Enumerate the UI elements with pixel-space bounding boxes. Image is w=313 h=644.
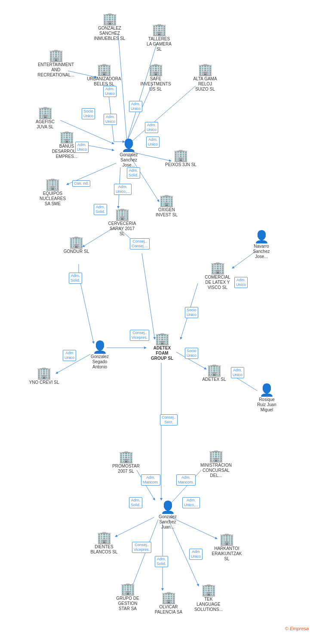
node-administracion-concursal[interactable]: 🏢 MINISTRACION CONCURSAL DEL...	[196, 450, 236, 478]
node-rosique-ruiz[interactable]: 👤 Rosique Ruiz Juan Miguel	[249, 384, 285, 413]
node-dientes-blancos[interactable]: 🏢 DIENTES BLANCOS SL	[85, 532, 123, 555]
node-safe-investments[interactable]: 🏢 SAFE INVESTMENTS US SL	[137, 64, 175, 92]
role-socio-unico-1[interactable]: SocioÚnico	[82, 108, 95, 119]
role-badge[interactable]: Adm.Unico	[75, 142, 89, 153]
role-adm-unico-2[interactable]: Adm.Unico	[129, 101, 142, 112]
node-comercial-latex[interactable]: 🏢 COMERCIAL DE LATEX Y VISCO SL	[198, 262, 237, 290]
svg-line-32	[142, 253, 155, 339]
role-badge[interactable]: Adm.Unico	[146, 137, 160, 148]
role-adm-solid-4[interactable]: Adm.Solid.	[129, 497, 142, 508]
role-consej-vicepres-2[interactable]: Consej..Vicepres.	[132, 542, 151, 553]
role-adm-solid-2[interactable]: Adm.Solid.	[94, 204, 107, 215]
role-adm-unico-8[interactable]: Adm.Unico	[234, 277, 248, 288]
role-adm-unico-5[interactable]: Adm.Unico	[146, 137, 160, 148]
role-con-nd[interactable]: Con. nd.	[72, 180, 90, 187]
role-adm-unico-1[interactable]: Adm.Unico	[103, 86, 117, 97]
node-gondur[interactable]: 🏢 GONDUR SL	[60, 236, 92, 254]
node-label: OXIGEN INVEST SL	[156, 207, 178, 218]
node-label: URBANIZADORA BELES SL	[87, 76, 121, 87]
node-gonzalez-sanchez-jose[interactable]: 👤 Gonzalez Sanchez Jose...	[113, 140, 145, 168]
role-badge[interactable]: Consej..Secr.	[160, 414, 178, 425]
company-icon: 🏢	[219, 533, 234, 545]
role-adm-solid-1[interactable]: Adm.Solid.	[127, 167, 140, 179]
node-gonzalez-sanchez-inmuebles[interactable]: 🏢 GONZALEZ SANCHEZ INMUEBLES SL	[90, 13, 129, 41]
node-yno-crevi[interactable]: 🏢 YNO CREVI SL	[26, 367, 62, 385]
company-icon: 🏢	[49, 49, 64, 61]
role-badge[interactable]: Adm.Solid.	[94, 204, 107, 215]
role-badge[interactable]: Adm.Unico,...	[114, 184, 132, 195]
role-badge[interactable]: Consej..Consej....	[130, 238, 150, 249]
role-adm-unico-7[interactable]: AdmUnico	[63, 350, 76, 361]
node-gonzalez-sanchez-juan[interactable]: 👤 Gonzalez Sanchez Juan...	[150, 501, 185, 530]
node-adetex[interactable]: 🏢 ADETEX SL	[197, 364, 231, 382]
role-adm-solid-3[interactable]: Adm.Solid.	[69, 273, 82, 284]
role-badge[interactable]: Adm.Mancom.	[176, 474, 196, 486]
role-consej-secr[interactable]: Consej..Secr.	[160, 414, 178, 425]
company-icon: 🏢	[159, 194, 174, 207]
node-equipos-nucleares[interactable]: 🏢 EQUIPOS NUCLEARES SA SME	[32, 178, 73, 207]
company-icon: 🏢	[161, 592, 176, 604]
role-badge[interactable]: Adm.Solid.	[127, 167, 140, 179]
role-badge[interactable]: Adm.Unico	[103, 86, 117, 97]
node-promostar-2007[interactable]: 🏢 PROMOSTAR 2007 SL	[107, 451, 145, 474]
node-agefisc-juva[interactable]: 🏢 AGEFISC JUVA SL	[28, 106, 62, 130]
node-olvicar-palencia[interactable]: 🏢 OLVICAR PALENCIA SA	[150, 592, 187, 615]
node-urbanizadora-beles[interactable]: 🏢 URBANIZADORA BELES SL	[85, 64, 123, 87]
svg-line-6	[129, 86, 196, 144]
person-icon: 👤	[160, 501, 175, 513]
role-badge[interactable]: Adm.Unico	[104, 114, 117, 125]
role-adm-solid-5[interactable]: Adm.Solid.	[155, 556, 168, 567]
svg-line-5	[127, 84, 153, 142]
person-icon: 👤	[259, 384, 274, 396]
node-label: PROMOSTAR 2007 SL	[112, 464, 140, 474]
svg-line-0	[118, 34, 127, 142]
node-navarro-sanchez[interactable]: 👤 Navarro Sanchez Jose...	[244, 231, 279, 259]
role-badge[interactable]: SocioÚnico	[185, 307, 198, 318]
role-badge[interactable]: Consej..Vicepres.	[130, 330, 149, 341]
role-badge[interactable]: AdmUnico	[63, 350, 76, 361]
company-icon: 🏢	[198, 64, 213, 76]
role-badge[interactable]: Adm.Solid.	[155, 556, 168, 567]
node-label: HARKANTOI ERAIKUNTZAK SL	[212, 546, 242, 562]
node-grupo-gestion-star[interactable]: 🏢 GRUPO DE GESTION STAR SA	[109, 583, 147, 611]
role-badge[interactable]: SocioÚnico	[82, 108, 95, 119]
role-adm-unico-solid-1[interactable]: Adm.Unico,...	[114, 184, 132, 195]
role-badge[interactable]: Adm.Unico	[234, 277, 248, 288]
node-oxigen-invest[interactable]: 🏢 OXIGEN INVEST SL	[148, 194, 185, 218]
node-talleres-la-gamera[interactable]: 🏢 TALLERES LA GAMERA SL	[142, 24, 176, 52]
role-socio-unico-2[interactable]: SocioÚnico	[185, 307, 198, 318]
role-badge[interactable]: Adm.Unico	[231, 367, 244, 378]
node-gonzalez-segado[interactable]: 👤 Gonzalez Segado Antonio	[83, 341, 117, 370]
company-icon: 🏢	[119, 451, 134, 463]
role-adm-mancom-2[interactable]: Adm.Mancom.	[176, 474, 196, 486]
role-adm-unico-10[interactable]: AdmUnico	[189, 549, 203, 560]
role-adm-unico-4[interactable]: Adm.Unico	[145, 122, 158, 133]
node-entertainment[interactable]: 🏢 ENTERTAINMENT AND RECREATIONAL...	[34, 49, 77, 78]
node-tek-language[interactable]: 🏢 TEK LANGUAGE SOLUTIONS...	[189, 584, 228, 612]
node-cerveceria-saray[interactable]: 🏢 CERVECERIA SARAY 2017 SL	[103, 208, 141, 237]
role-badge[interactable]: Adm.Unico	[129, 101, 142, 112]
role-badge[interactable]: Adm.Mancom.	[141, 474, 160, 486]
role-adm-unico-solo[interactable]: Adm.Unico,...	[182, 497, 200, 508]
role-adm-unico-9[interactable]: Adm.Unico	[231, 367, 244, 378]
role-socio-unico-3[interactable]: SocioÚnico	[185, 348, 198, 359]
role-consej-vicepres-1[interactable]: Consej..Vicepres.	[130, 330, 149, 341]
role-badge[interactable]: Adm.Unico,...	[182, 497, 200, 508]
company-icon: 🏢	[209, 450, 224, 462]
role-badge[interactable]: Adm.Solid.	[129, 497, 142, 508]
role-badge[interactable]: SocioÚnico	[185, 348, 198, 359]
role-adm-unico-6[interactable]: Adm.Unico	[75, 142, 89, 153]
node-harkantoi[interactable]: 🏢 HARKANTOI ERAIKUNTZAK SL	[206, 533, 247, 562]
role-badge[interactable]: Adm.Unico	[145, 122, 158, 133]
role-badge[interactable]: Consej..Vicepres.	[132, 542, 151, 553]
node-alta-gama[interactable]: 🏢 ALTA GAMA RELOJ SUIZO SL	[186, 64, 224, 92]
role-adm-unico-3[interactable]: Adm.Unico	[104, 114, 117, 125]
role-badge[interactable]: AdmUnico	[189, 549, 203, 560]
role-badge[interactable]: Con. nd.	[72, 180, 90, 187]
role-consej-consej[interactable]: Consej..Consej....	[130, 238, 150, 249]
role-adm-mancom-1[interactable]: Adm.Mancom.	[141, 474, 160, 486]
role-badge[interactable]: Adm.Solid.	[69, 273, 82, 284]
company-icon-highlight: 🏢	[155, 333, 170, 345]
node-peixos-3jn[interactable]: 🏢 PEIXOS 3JN SL	[163, 149, 199, 167]
node-label: CERVECERIA SARAY 2017 SL	[108, 221, 136, 237]
